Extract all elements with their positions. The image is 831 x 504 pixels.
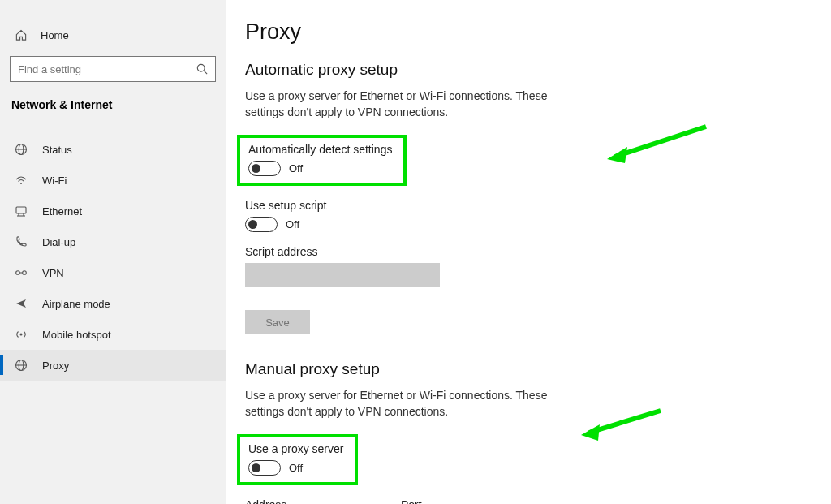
port-label: Port [401,498,443,504]
sidebar-item-ethernet[interactable]: Ethernet [0,196,226,226]
phone-icon [15,235,28,248]
ethernet-icon [15,205,28,218]
sidebar-item-proxy[interactable]: Proxy [0,350,226,381]
save-button: Save [245,310,310,334]
auto-section-title: Automatic proxy setup [245,61,812,79]
use-proxy-state: Off [289,462,303,474]
annotation-arrow-icon [607,120,717,165]
auto-detect-toggle[interactable] [248,161,281,176]
svg-point-10 [16,271,20,275]
auto-detect-label: Automatically detect settings [248,143,392,156]
sidebar-item-label: Wi-Fi [42,174,67,187]
main-content: Proxy Automatic proxy setup Use a proxy … [226,0,831,504]
sidebar-item-vpn[interactable]: VPN [0,257,226,288]
sidebar: Home Network & Internet Status Wi-Fi Eth… [0,0,226,504]
auto-section-description: Use a proxy server for Ethernet or Wi-Fi… [245,88,570,120]
auto-detect-setting: Automatically detect settings Off [237,135,407,186]
svg-point-0 [197,64,205,71]
sidebar-item-label: Dial-up [42,236,75,248]
annotation-arrow-icon [581,404,670,441]
use-script-state: Off [286,218,299,230]
svg-point-11 [23,271,27,275]
use-script-label: Use setup script [245,199,812,212]
script-address-input [245,263,440,287]
svg-line-1 [204,71,207,74]
script-address-label: Script address [245,245,812,258]
sidebar-item-label: Status [42,144,72,156]
svg-rect-6 [16,207,26,213]
auto-detect-state: Off [289,162,303,174]
toggle-knob [248,220,257,229]
vpn-icon [15,266,28,279]
svg-line-17 [615,127,706,157]
sidebar-item-label: Mobile hotspot [42,329,111,341]
sidebar-item-label: Proxy [42,360,69,372]
sidebar-item-label: Airplane mode [42,298,110,310]
manual-section-title: Manual proxy setup [245,360,812,378]
sidebar-item-status[interactable]: Status [0,134,226,165]
search-box[interactable] [10,56,216,82]
globe-icon [15,143,28,156]
search-icon [196,63,208,75]
use-proxy-label: Use a proxy server [248,442,343,455]
globe-icon [15,359,28,372]
toggle-knob [252,463,260,472]
page-title: Proxy [245,19,812,45]
sidebar-item-wifi[interactable]: Wi-Fi [0,165,226,196]
home-link[interactable]: Home [0,24,226,51]
sidebar-item-label: Ethernet [42,205,82,218]
address-label: Address [245,498,391,504]
toggle-knob [252,164,260,173]
category-title: Network & Internet [0,97,226,113]
sidebar-item-label: VPN [42,267,64,279]
wifi-icon [15,174,28,187]
svg-point-13 [20,334,23,336]
sidebar-item-airplane[interactable]: Airplane mode [0,288,226,319]
manual-section-description: Use a proxy server for Ethernet or Wi-Fi… [245,388,570,420]
svg-marker-20 [581,424,600,441]
svg-line-19 [589,411,661,433]
sidebar-item-dialup[interactable]: Dial-up [0,226,226,257]
home-icon [15,29,28,41]
use-proxy-toggle[interactable] [248,460,281,476]
airplane-icon [15,297,28,310]
hotspot-icon [15,328,28,341]
svg-point-5 [20,183,22,184]
svg-marker-18 [607,147,627,163]
sidebar-item-hotspot[interactable]: Mobile hotspot [0,319,226,350]
home-label: Home [41,29,69,41]
use-proxy-setting: Use a proxy server Off [237,434,358,485]
use-script-toggle[interactable] [245,217,278,232]
search-input[interactable] [18,63,196,75]
